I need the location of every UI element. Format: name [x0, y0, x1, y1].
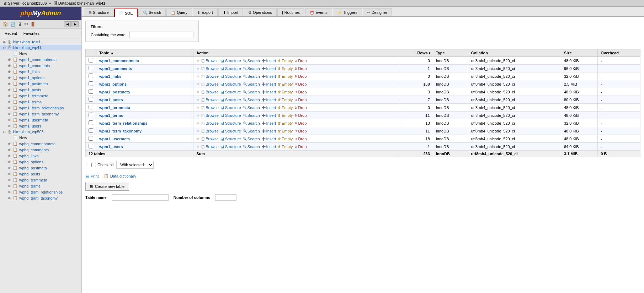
col-table[interactable]: Table ▲: [96, 49, 193, 57]
insert-btn-3[interactable]: ➕Insert: [262, 82, 276, 86]
star-icon-0[interactable]: ★: [196, 58, 200, 63]
star-icon-4[interactable]: ★: [196, 89, 200, 94]
structure-btn-10[interactable]: 📊Structure: [220, 137, 241, 141]
expand-icon[interactable]: ⊕: [8, 112, 11, 116]
insert-btn-6[interactable]: ➕Insert: [262, 105, 276, 110]
search-btn-8[interactable]: 🔍Search: [243, 121, 260, 125]
server-icon[interactable]: 🖥: [18, 22, 22, 27]
table-name-link-10[interactable]: wpm1_usermeta: [99, 137, 130, 141]
star-icon-1[interactable]: ★: [196, 66, 200, 70]
create-table-button[interactable]: ⊞ Create new table: [85, 182, 129, 191]
row-checkbox-10[interactable]: [89, 136, 93, 141]
sidebar-item-wpm1_termmeta[interactable]: ⊕📋wpm1_termmeta: [0, 93, 81, 99]
expand-icon[interactable]: ⊕: [8, 196, 11, 200]
expand-icon[interactable]: ⊕: [3, 40, 6, 44]
sidebar-item-bknskhan_wp503[interactable]: ⊖🗄bknskhan_wp503: [0, 129, 81, 135]
browse-btn-9[interactable]: 📋Browse: [201, 129, 219, 133]
tab-structure[interactable]: ⊞Structure: [84, 8, 113, 16]
browse-btn-10[interactable]: 📋Browse: [201, 137, 219, 141]
expand-icon[interactable]: ⊖: [3, 130, 6, 134]
with-selected-dropdown[interactable]: With selected: Browse Drop Empty Print v…: [116, 161, 154, 169]
expand-icon[interactable]: ⊖: [3, 46, 6, 50]
row-checkbox-5[interactable]: [89, 97, 93, 102]
structure-btn-7[interactable]: 📊Structure: [220, 113, 241, 118]
tab-favorites[interactable]: Favorites: [21, 30, 42, 37]
search-btn-1[interactable]: 🔍Search: [243, 66, 260, 71]
sidebar-item-wphq_terms[interactable]: ⊕📋wphq_terms: [0, 183, 81, 189]
refresh-icon[interactable]: 🔃: [10, 22, 16, 27]
expand-icon[interactable]: ⊕: [8, 172, 11, 176]
table-name-link-2[interactable]: wpm1_links: [99, 74, 121, 78]
sidebar-item-wpm1_users[interactable]: ⊕📋wpm1_users: [0, 123, 81, 129]
browse-btn-3[interactable]: 📋Browse: [201, 82, 219, 86]
sidebar-item-wphq_commentmeta[interactable]: ⊕📋wphq_commentmeta: [0, 141, 81, 147]
star-icon-8[interactable]: ★: [196, 121, 200, 125]
browse-btn-5[interactable]: 📋Browse: [201, 98, 219, 102]
expand-icon[interactable]: ⊕: [8, 70, 11, 74]
table-name-link-3[interactable]: wpm1_options: [99, 82, 127, 86]
browse-btn-7[interactable]: 📋Browse: [201, 113, 219, 118]
insert-btn-2[interactable]: ➕Insert: [262, 74, 276, 78]
expand-icon[interactable]: ⊕: [8, 178, 11, 182]
tab-recent[interactable]: Recent: [2, 30, 20, 37]
insert-btn-9[interactable]: ➕Insert: [262, 129, 276, 133]
drop-btn-10[interactable]: ⊖Drop: [294, 137, 307, 141]
table-name-link-0[interactable]: wpm1_commentmeta: [99, 59, 139, 63]
sidebar-item-wpm1_terms[interactable]: ⊕📋wpm1_terms: [0, 99, 81, 105]
insert-btn-1[interactable]: ➕Insert: [262, 66, 276, 71]
structure-btn-6[interactable]: 📊Structure: [220, 105, 241, 110]
insert-btn-8[interactable]: ➕Insert: [262, 121, 276, 125]
sidebar-item-wpm1_commentmeta[interactable]: ⊕📋wpm1_commentmeta: [0, 56, 81, 63]
browse-btn-0[interactable]: 📋Browse: [201, 59, 219, 63]
structure-btn-5[interactable]: 📊Structure: [220, 98, 241, 102]
empty-btn-0[interactable]: 🗑Empty: [278, 59, 293, 63]
insert-btn-10[interactable]: ➕Insert: [262, 137, 276, 141]
expand-icon[interactable]: ⊕: [8, 166, 11, 170]
expand-icon[interactable]: ⊕: [8, 124, 11, 128]
table-name-link-11[interactable]: wpm1_users: [99, 145, 123, 149]
sidebar-item-wphq_term_relationships[interactable]: ⊕📋wphq_term_relationships: [0, 189, 81, 195]
drop-btn-1[interactable]: ⊖Drop: [294, 66, 307, 71]
browse-btn-4[interactable]: 📋Browse: [201, 90, 219, 94]
star-icon-2[interactable]: ★: [196, 74, 200, 78]
table-name-link-6[interactable]: wpm1_termmeta: [99, 105, 130, 110]
sidebar-item-bknskhan_wp41[interactable]: ⊖🗄bknskhan_wp41: [0, 45, 81, 50]
star-icon-11[interactable]: ★: [196, 144, 200, 148]
empty-btn-8[interactable]: 🗑Empty: [278, 121, 293, 125]
drop-btn-2[interactable]: ⊖Drop: [294, 74, 307, 78]
row-checkbox-11[interactable]: [89, 144, 93, 148]
sidebar-item-wphq_options[interactable]: ⊕📋wphq_options: [0, 159, 81, 165]
table-name-link-1[interactable]: wpm1_comments: [99, 66, 132, 71]
empty-btn-6[interactable]: 🗑Empty: [278, 105, 293, 110]
sidebar-item-wphq_posts[interactable]: ⊕📋wphq_posts: [0, 171, 81, 177]
search-btn-7[interactable]: 🔍Search: [243, 113, 260, 118]
search-btn-11[interactable]: 🔍Search: [243, 145, 260, 149]
browse-btn-11[interactable]: 📋Browse: [201, 145, 219, 149]
row-checkbox-3[interactable]: [89, 81, 93, 86]
check-all-checkbox[interactable]: [91, 163, 96, 167]
structure-btn-0[interactable]: 📊Structure: [220, 59, 241, 63]
row-checkbox-4[interactable]: [89, 89, 93, 94]
empty-btn-5[interactable]: 🗑Empty: [278, 98, 293, 102]
sidebar-item-wphq_postmeta[interactable]: ⊕📋wphq_postmeta: [0, 165, 81, 171]
tab-sql[interactable]: 📄SQL: [114, 9, 138, 17]
expand-icon[interactable]: ⊕: [8, 118, 11, 122]
search-btn-2[interactable]: 🔍Search: [243, 74, 260, 78]
table-name-input[interactable]: [112, 194, 169, 201]
tab-export[interactable]: ⬆Export: [193, 8, 218, 16]
search-btn-6[interactable]: 🔍Search: [243, 105, 260, 110]
sidebar-item-wpm1_links[interactable]: ⊕📋wpm1_links: [0, 69, 81, 75]
empty-btn-4[interactable]: 🗑Empty: [278, 90, 293, 94]
row-checkbox-0[interactable]: [89, 58, 93, 63]
row-checkbox-8[interactable]: [89, 120, 93, 125]
back-arrow-icon[interactable]: ↑: [85, 161, 89, 169]
expand-icon[interactable]: ⊕: [8, 94, 11, 98]
sidebar-item-wpm1_posts[interactable]: ⊕📋wpm1_posts: [0, 87, 81, 93]
sidebar-item-bknskhan_test1[interactable]: ⊕🗄bknskhan_test1: [0, 39, 81, 45]
structure-btn-9[interactable]: 📊Structure: [220, 129, 241, 133]
expand-icon[interactable]: ⊕: [8, 76, 11, 80]
expand-icon[interactable]: ⊕: [8, 100, 11, 104]
insert-btn-11[interactable]: ➕Insert: [262, 145, 276, 149]
drop-btn-6[interactable]: ⊖Drop: [294, 105, 307, 110]
insert-btn-0[interactable]: ➕Insert: [262, 59, 276, 63]
